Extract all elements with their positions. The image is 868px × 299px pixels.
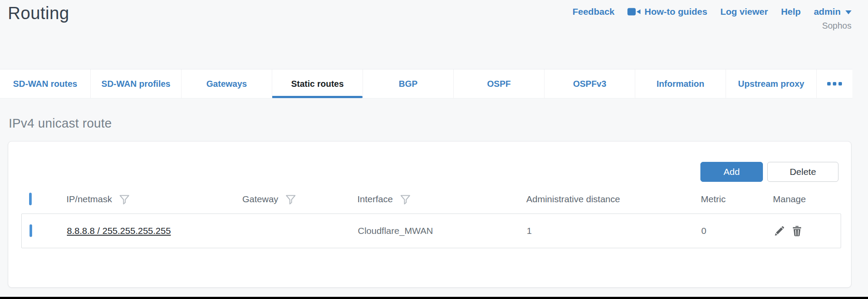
- route-metric-value: 0: [701, 226, 706, 236]
- tab-label: Information: [657, 79, 704, 89]
- tab-bar: SD-WAN routes SD-WAN profiles Gateways S…: [0, 69, 852, 99]
- tab-label: OSPF: [487, 79, 511, 89]
- tab-label: Static routes: [291, 79, 343, 89]
- filter-icon[interactable]: [285, 194, 297, 205]
- tab-information[interactable]: Information: [635, 69, 726, 98]
- tab-gateways[interactable]: Gateways: [182, 69, 272, 98]
- filter-icon[interactable]: [399, 194, 411, 205]
- column-header-metric: Metric: [701, 194, 726, 204]
- filter-icon[interactable]: [119, 194, 130, 205]
- tab-upstream-proxy[interactable]: Upstream proxy: [726, 69, 817, 98]
- feedback-link[interactable]: Feedback: [572, 7, 614, 17]
- top-navigation: Feedback How-to guides Log viewer Help a…: [572, 7, 851, 17]
- page-title: Routing: [8, 3, 69, 23]
- log-viewer-label: Log viewer: [720, 7, 768, 17]
- help-label: Help: [781, 7, 801, 17]
- section-heading: IPv4 unicast route: [9, 116, 112, 131]
- table-row: 8.8.8.8 / 255.255.255.255 Cloudflare_MWA…: [21, 214, 841, 248]
- howto-guides-label: How-to guides: [644, 7, 707, 17]
- ellipsis-dot: [827, 82, 831, 85]
- video-camera-icon: [627, 7, 640, 16]
- tab-static-routes[interactable]: Static routes: [272, 69, 363, 98]
- tab-sd-wan-profiles[interactable]: SD-WAN profiles: [91, 69, 182, 98]
- column-header-ip-netmask: IP/netmask: [66, 194, 112, 204]
- column-header-interface: Interface: [357, 194, 393, 204]
- screen-bottom-edge: [0, 297, 868, 299]
- panel-buttons: Add Delete: [700, 162, 838, 182]
- tab-label: Gateways: [206, 79, 247, 89]
- admin-menu[interactable]: admin: [814, 7, 851, 17]
- route-interface-value: Cloudflare_MWAN: [358, 226, 433, 236]
- row-checkbox[interactable]: [30, 224, 32, 237]
- brand-label: Sophos: [822, 21, 851, 31]
- admin-label: admin: [814, 7, 841, 17]
- tab-overflow-ellipsis-icon[interactable]: [817, 69, 852, 98]
- static-routes-panel: Add Delete IP/netmask Gateway Interface …: [8, 141, 851, 288]
- select-all-checkbox[interactable]: [29, 193, 32, 205]
- tab-bgp[interactable]: BGP: [363, 69, 454, 98]
- tab-ospf[interactable]: OSPF: [454, 69, 545, 98]
- tab-label: Upstream proxy: [738, 79, 804, 89]
- ellipsis-dot: [838, 82, 842, 85]
- table-header: IP/netmask Gateway Interface Administrat…: [21, 188, 841, 210]
- add-button[interactable]: Add: [700, 162, 763, 182]
- route-ip-netmask-link[interactable]: 8.8.8.8 / 255.255.255.255: [67, 226, 171, 236]
- tab-ospfv3[interactable]: OSPFv3: [545, 69, 635, 98]
- edit-pencil-icon[interactable]: [773, 225, 785, 237]
- tab-label: OSPFv3: [573, 79, 607, 89]
- tab-label: BGP: [399, 79, 417, 89]
- delete-trash-icon[interactable]: [791, 225, 803, 237]
- delete-button[interactable]: Delete: [767, 162, 838, 182]
- column-header-manage: Manage: [773, 194, 806, 204]
- help-link[interactable]: Help: [781, 7, 801, 17]
- tab-label: SD-WAN routes: [13, 79, 77, 89]
- column-header-admin-distance: Administrative distance: [526, 194, 620, 204]
- log-viewer-link[interactable]: Log viewer: [720, 7, 768, 17]
- feedback-label: Feedback: [572, 7, 614, 17]
- chevron-down-icon: [845, 10, 851, 14]
- ellipsis-dot: [833, 82, 836, 85]
- route-admin-distance-value: 1: [527, 226, 532, 236]
- tab-label: SD-WAN profiles: [102, 79, 171, 89]
- howto-guides-link[interactable]: How-to guides: [627, 7, 707, 17]
- tab-sd-wan-routes[interactable]: SD-WAN routes: [0, 69, 91, 98]
- column-header-gateway: Gateway: [242, 194, 278, 204]
